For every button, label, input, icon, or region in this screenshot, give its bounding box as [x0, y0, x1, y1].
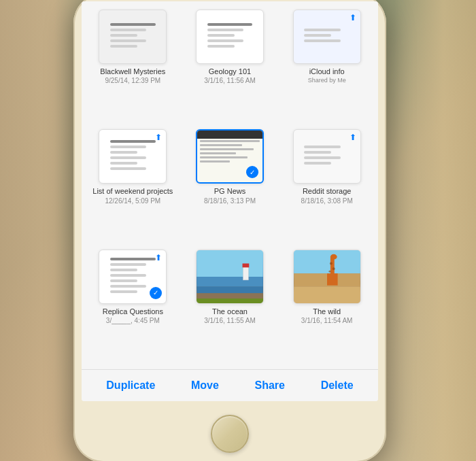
- file-item-wild[interactable]: ⬆: [279, 247, 374, 364]
- svg-rect-9: [294, 286, 360, 303]
- svg-point-13: [332, 267, 335, 270]
- svg-rect-6: [243, 263, 250, 267]
- svg-rect-4: [197, 298, 263, 303]
- svg-rect-2: [197, 286, 263, 293]
- file-thumbnail-pg-news: ✓: [196, 129, 264, 184]
- file-item-icloud[interactable]: ⬆ iCloud info Shared by Me: [279, 7, 374, 124]
- file-item-blackwell[interactable]: Blackwell Mysteries 9/25/14, 12:39 PM: [86, 7, 180, 124]
- file-thumbnail-reddit: ⬆: [293, 129, 361, 184]
- svg-point-15: [330, 254, 337, 260]
- file-thumbnail-list-weekend: ⬆: [99, 129, 167, 184]
- file-name-pg-news: PG News: [214, 186, 245, 196]
- icloud-icon-list: ⬆: [155, 133, 162, 142]
- selected-check-icon-replica: ✓: [150, 287, 162, 299]
- phone-screen: Blackwell Mysteries 9/25/14, 12:39 PM: [82, 1, 378, 401]
- svg-point-14: [328, 270, 330, 272]
- file-thumbnail-replica: ⬆ ✓: [99, 250, 167, 304]
- share-button[interactable]: Share: [250, 377, 290, 394]
- file-thumbnail-icloud: ⬆: [293, 10, 361, 64]
- phone-device: Blackwell Mysteries 9/25/14, 12:39 PM: [73, 0, 386, 461]
- wild-thumbnail-svg: [294, 250, 360, 303]
- file-item-list-weekend[interactable]: ⬆ List of weekend projects 12/26/14, 5:0…: [86, 126, 180, 243]
- icloud-icon-reddit: ⬆: [350, 133, 356, 142]
- file-name-reddit: Reddit storage: [303, 186, 352, 196]
- file-name-blackwell: Blackwell Mysteries: [100, 67, 165, 76]
- svg-rect-7: [294, 250, 360, 273]
- files-grid: Blackwell Mysteries 9/25/14, 12:39 PM: [82, 1, 378, 369]
- svg-rect-11: [327, 273, 338, 286]
- file-name-geology: Geology 101: [209, 67, 251, 76]
- svg-rect-3: [197, 293, 263, 298]
- news-header-bar: [197, 131, 262, 139]
- file-item-geology[interactable]: Geology 101 3/1/16, 11:56 AM: [183, 7, 277, 124]
- file-date-reddit: 8/18/16, 3:08 PM: [301, 197, 353, 205]
- file-date-geology: 3/1/16, 11:56 AM: [204, 77, 256, 84]
- file-item-replica[interactable]: ⬆ ✓ Replica Questions 3/__: [86, 247, 180, 364]
- hand-right: [394, 0, 476, 461]
- file-date-ocean: 3/1/16, 11:55 AM: [204, 317, 256, 324]
- file-date-list-weekend: 12/26/14, 5:09 PM: [105, 197, 160, 205]
- file-name-list-weekend: List of weekend projects: [92, 186, 173, 196]
- file-date-wild: 3/1/16, 11:54 AM: [301, 317, 353, 324]
- file-name-ocean: The ocean: [212, 307, 248, 316]
- file-thumbnail-geology: [196, 10, 264, 64]
- action-toolbar: Duplicate Move Share Delete: [82, 369, 378, 401]
- svg-rect-1: [197, 277, 263, 287]
- file-item-pg-news[interactable]: ✓ PG News 8/18/16, 3:13 PM: [183, 126, 277, 243]
- file-date-blackwell: 9/25/14, 12:39 PM: [105, 77, 160, 84]
- file-thumbnail-wild: ⬆: [293, 250, 361, 304]
- file-item-reddit[interactable]: ⬆ Reddit storage 8/18/16, 3:08 PM: [279, 126, 374, 243]
- delete-button[interactable]: Delete: [316, 377, 359, 394]
- file-item-ocean[interactable]: ⬆ The ocean: [183, 247, 277, 364]
- ocean-thumbnail-svg: [197, 250, 263, 303]
- file-thumbnail-blackwell: [99, 10, 167, 64]
- file-date-replica: 3/_____, 4:45 PM: [106, 317, 160, 324]
- icloud-upload-icon: ⬆: [350, 13, 356, 22]
- file-thumbnail-ocean: ⬆: [196, 250, 264, 304]
- move-button[interactable]: Move: [186, 377, 224, 394]
- svg-rect-0: [197, 250, 263, 277]
- home-button[interactable]: [211, 415, 249, 453]
- file-date-icloud: Shared by Me: [308, 77, 346, 84]
- file-name-wild: The wild: [313, 307, 341, 316]
- svg-point-12: [330, 262, 333, 264]
- file-name-icloud: iCloud info: [309, 67, 345, 76]
- file-name-replica: Replica Questions: [103, 307, 163, 316]
- svg-rect-5: [243, 267, 248, 280]
- icloud-icon-replica: ⬆: [155, 253, 162, 262]
- screen-content: Blackwell Mysteries 9/25/14, 12:39 PM: [82, 1, 378, 401]
- duplicate-button[interactable]: Duplicate: [101, 377, 160, 394]
- file-date-pg-news: 8/18/16, 3:13 PM: [204, 197, 256, 205]
